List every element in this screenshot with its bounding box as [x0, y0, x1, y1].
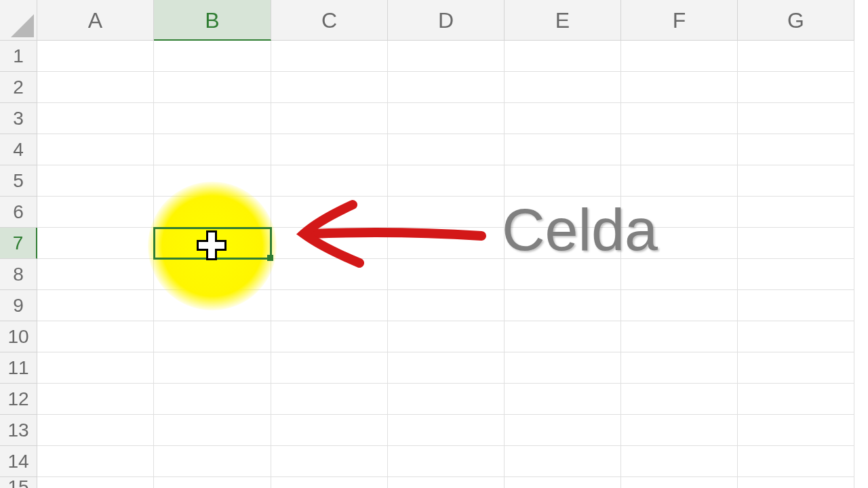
- cell[interactable]: [37, 228, 154, 259]
- cell[interactable]: [388, 72, 505, 103]
- cell[interactable]: [154, 165, 271, 197]
- row-header-14[interactable]: 14: [0, 446, 37, 477]
- cell[interactable]: [37, 197, 154, 228]
- cell[interactable]: [271, 72, 388, 103]
- cell[interactable]: [505, 384, 621, 415]
- cell[interactable]: [505, 477, 621, 488]
- cell[interactable]: [621, 259, 738, 290]
- cell[interactable]: [738, 321, 854, 352]
- column-header-d[interactable]: D: [388, 0, 505, 41]
- cell[interactable]: [621, 352, 738, 384]
- cell[interactable]: [388, 415, 505, 446]
- cell[interactable]: [505, 415, 621, 446]
- cell[interactable]: [154, 384, 271, 415]
- cell[interactable]: [621, 415, 738, 446]
- cell[interactable]: [271, 321, 388, 352]
- cell[interactable]: [154, 134, 271, 165]
- cell[interactable]: [388, 134, 505, 165]
- row-header-15[interactable]: 15: [0, 477, 37, 488]
- cell[interactable]: [37, 321, 154, 352]
- cell[interactable]: [505, 72, 621, 103]
- cell[interactable]: [154, 290, 271, 321]
- cell[interactable]: [388, 352, 505, 384]
- cell[interactable]: [154, 352, 271, 384]
- cell[interactable]: [388, 259, 505, 290]
- column-header-b[interactable]: B: [154, 0, 271, 41]
- column-header-a[interactable]: A: [37, 0, 154, 41]
- cell[interactable]: [738, 41, 854, 72]
- cell[interactable]: [738, 165, 854, 197]
- select-all-corner[interactable]: [0, 0, 37, 41]
- cell[interactable]: [738, 72, 854, 103]
- row-header-10[interactable]: 10: [0, 321, 37, 352]
- cell[interactable]: [505, 321, 621, 352]
- row-header-12[interactable]: 12: [0, 384, 37, 415]
- cell[interactable]: [388, 197, 505, 228]
- row-header-13[interactable]: 13: [0, 415, 37, 446]
- cell[interactable]: [505, 228, 621, 259]
- cell[interactable]: [271, 134, 388, 165]
- row-header-4[interactable]: 4: [0, 134, 37, 165]
- cell[interactable]: [505, 197, 621, 228]
- cell[interactable]: [271, 290, 388, 321]
- cell[interactable]: [37, 477, 154, 488]
- cell[interactable]: [621, 103, 738, 134]
- cell[interactable]: [271, 415, 388, 446]
- cell[interactable]: [154, 103, 271, 134]
- cell[interactable]: [37, 384, 154, 415]
- cell[interactable]: [738, 352, 854, 384]
- cell[interactable]: [388, 290, 505, 321]
- cell[interactable]: [621, 384, 738, 415]
- cell[interactable]: [271, 446, 388, 477]
- cell[interactable]: [271, 259, 388, 290]
- cell[interactable]: [271, 165, 388, 197]
- cell[interactable]: [505, 165, 621, 197]
- cell[interactable]: [621, 477, 738, 488]
- cell[interactable]: [271, 477, 388, 488]
- cell[interactable]: [154, 477, 271, 488]
- row-header-8[interactable]: 8: [0, 259, 37, 290]
- cell[interactable]: [388, 446, 505, 477]
- cell[interactable]: [388, 477, 505, 488]
- column-header-g[interactable]: G: [738, 0, 854, 41]
- cell[interactable]: [738, 415, 854, 446]
- cell[interactable]: [505, 41, 621, 72]
- cell[interactable]: [37, 41, 154, 72]
- cell[interactable]: [388, 41, 505, 72]
- cell[interactable]: [154, 415, 271, 446]
- cell[interactable]: [621, 72, 738, 103]
- cell[interactable]: [37, 103, 154, 134]
- cell[interactable]: [738, 228, 854, 259]
- cell[interactable]: [621, 290, 738, 321]
- cell[interactable]: [621, 165, 738, 197]
- cell[interactable]: [505, 134, 621, 165]
- cell[interactable]: [271, 41, 388, 72]
- cell[interactable]: [37, 290, 154, 321]
- row-header-6[interactable]: 6: [0, 197, 37, 228]
- cell[interactable]: [621, 321, 738, 352]
- column-header-e[interactable]: E: [505, 0, 621, 41]
- cell[interactable]: [388, 165, 505, 197]
- cell[interactable]: [738, 259, 854, 290]
- cell[interactable]: [271, 228, 388, 259]
- row-header-7[interactable]: 7: [0, 228, 37, 259]
- row-header-2[interactable]: 2: [0, 72, 37, 103]
- cell-b7[interactable]: [154, 228, 271, 259]
- cell[interactable]: [154, 72, 271, 103]
- cell[interactable]: [271, 197, 388, 228]
- cell[interactable]: [738, 290, 854, 321]
- cell[interactable]: [271, 384, 388, 415]
- column-header-c[interactable]: C: [271, 0, 388, 41]
- cell[interactable]: [154, 321, 271, 352]
- cell[interactable]: [505, 290, 621, 321]
- cell[interactable]: [37, 415, 154, 446]
- column-header-f[interactable]: F: [621, 0, 738, 41]
- cell[interactable]: [738, 446, 854, 477]
- cell[interactable]: [738, 134, 854, 165]
- cell[interactable]: [271, 352, 388, 384]
- cell[interactable]: [37, 446, 154, 477]
- cell[interactable]: [621, 228, 738, 259]
- cell[interactable]: [621, 41, 738, 72]
- cell[interactable]: [388, 103, 505, 134]
- cell[interactable]: [621, 446, 738, 477]
